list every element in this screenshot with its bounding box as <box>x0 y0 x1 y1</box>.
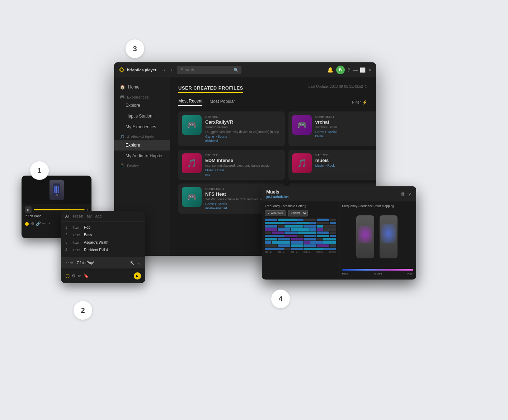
frequency-viz-grid <box>265 219 336 250</box>
nav-buttons: ‹ › <box>162 66 174 73</box>
preset-name-2: Bass <box>84 233 141 237</box>
settings2-icon[interactable]: ⚙ <box>72 273 76 278</box>
sidebar-experiences-label: Experiences <box>127 95 149 99</box>
hz-labels-row: 000 Hz 000 Hz 000 Hz 000 Hz 000 Hz 000 H… <box>265 251 336 253</box>
search-container: 🔍 <box>177 66 241 74</box>
window-controls: — ⬜ ✕ <box>353 67 372 73</box>
profile-fulldesc-0: I suggest Vest intensity device to 25(sm… <box>205 130 281 134</box>
preset-tab-my[interactable]: My <box>87 214 91 218</box>
profile-name-0: CarxRallyVR <box>205 119 281 125</box>
high-label: High <box>408 272 413 275</box>
sidebar-home-label: Home <box>128 85 140 90</box>
sidebar-item-home[interactable]: 🏠 Home <box>114 82 170 92</box>
device-icon-group: ⚙ 🔗 ✏ ↗ <box>31 221 50 226</box>
sidebar-section-device: 📱 Device <box>114 161 170 169</box>
preset-list: 1 7.1ch Pop 2 7.1ch Bass 3 7.1ch Asgard'… <box>61 221 145 256</box>
preset-item-2[interactable]: 2 7.1ch Bass <box>61 231 145 239</box>
body-front <box>356 215 374 258</box>
play-circle-button[interactable]: ▶ <box>134 272 141 280</box>
filter-button[interactable]: Filter ⚡ <box>352 100 367 105</box>
device-visual <box>50 180 64 200</box>
profile-card-carxrallyvr[interactable]: 🎮 Stereo CarxRallyVR Smooth version I su… <box>178 111 285 146</box>
help-button[interactable]: ? <box>348 67 350 73</box>
freq-controls: ✓ Adaptive -70dB <box>265 210 336 216</box>
selected-preset-row: 7.1ch 7.1ch Pop* ↖ ⌄ <box>61 257 145 268</box>
sidebar-item-explore[interactable]: Explore <box>114 100 170 111</box>
preset-num-3: 3 <box>65 240 70 244</box>
profile-card-mueis[interactable]: 🎵 Stereo mueis Music > Rock <box>288 150 376 180</box>
hz-label-5: 000 Hz <box>316 251 323 253</box>
search-icon: 🔍 <box>234 68 239 72</box>
preset-tab-add[interactable]: Add <box>95 214 102 218</box>
viz-row-9 <box>265 244 336 247</box>
adaptive-button[interactable]: ✓ Adaptive <box>265 210 286 216</box>
sidebar-item-myexp[interactable]: My Experiences <box>114 121 170 132</box>
bookmark-icon[interactable]: 🔖 <box>84 273 89 278</box>
preset-tab-preset[interactable]: Preset <box>73 214 83 218</box>
edit-icon[interactable]: ✏ <box>42 221 46 226</box>
preset-ch-3: 7.1ch <box>72 241 81 244</box>
back-button[interactable]: ‹ <box>162 66 168 73</box>
sidebar-section-audio: 🎵 Audio-to-Haptic <box>114 132 170 140</box>
maximize-button[interactable]: ⬜ <box>360 67 366 73</box>
body-front-figure <box>356 215 376 262</box>
profile-info-0: Stereo CarxRallyVR Smooth version I sugg… <box>205 115 281 143</box>
minimize-button[interactable]: — <box>353 67 358 73</box>
share-icon[interactable]: ↗ <box>47 221 50 226</box>
preset-item-3[interactable]: 3 7.1ch Asgard's Wrath <box>61 239 145 246</box>
step-circle-4: 4 <box>271 290 290 308</box>
notification-bell-icon[interactable]: 🔔 <box>327 67 333 73</box>
content-tabs: Most Recent Most Popular Filter ⚡ <box>178 99 367 106</box>
svg-rect-3 <box>54 186 56 193</box>
chevron-icon: ⌄ <box>137 261 141 266</box>
tab-most-recent[interactable]: Most Recent <box>178 99 202 106</box>
sidebar-myexp-label: My Experiences <box>126 124 156 129</box>
settings-icon[interactable]: ⚙ <box>31 221 34 226</box>
viz-row-2 <box>265 222 336 224</box>
close-button[interactable]: ✕ <box>368 67 372 73</box>
body-back-figure <box>380 215 399 262</box>
refresh-icon[interactable]: ↻ <box>364 85 367 89</box>
search-input[interactable] <box>177 66 241 74</box>
filter-label: Filter <box>352 100 361 104</box>
sidebar-item-myaudio[interactable]: My Audio-to-Haptic <box>114 151 170 161</box>
play-icon[interactable]: ▶ <box>25 206 32 213</box>
body-mapping-section: Frequency-Feedback Point Mapping <box>339 201 417 273</box>
profile-desc-2: intense, multilayered, electronic dance … <box>205 164 281 167</box>
db-selector[interactable]: -70dB <box>288 210 308 216</box>
vest-icon <box>52 183 62 197</box>
frequency-color-bar <box>342 269 414 271</box>
preset-num-1: 1 <box>65 225 70 229</box>
logo-icon <box>118 67 125 73</box>
viz-row-1 <box>265 219 336 221</box>
freq-section-title: Frequency Threshold Setting <box>265 204 336 208</box>
profile-card-edm[interactable]: 🎵 Stereo EDM intense intense, multilayer… <box>178 150 285 180</box>
profile-card-vrchat[interactable]: 🎮 Surround vrchat somthing small Game > … <box>288 111 376 146</box>
delete-icon[interactable]: 🗑 <box>400 191 405 197</box>
sidebar-myaudio-label: My Audio-to-Haptic <box>126 153 162 158</box>
preset-tabs: All Preset My Add <box>61 214 145 221</box>
hz-label-2: 000 Hz <box>278 251 284 253</box>
hz-label-6: 000 Hz <box>329 251 336 253</box>
sidebar-section-experiences: 🎮 Experiences <box>114 92 170 100</box>
expand-icon[interactable]: ⤢ <box>408 191 412 197</box>
mueis-author[interactable]: jnstruahatcher <box>266 195 289 199</box>
user-avatar-button[interactable]: B <box>336 66 345 74</box>
equalizer-icon[interactable]: ⬡ <box>65 273 70 279</box>
edit2-icon[interactable]: ✏ <box>78 273 81 278</box>
last-update: Last Update: 2023-09-05 11:43:52 ↻ <box>309 85 367 89</box>
body-section-title: Frequency-Feedback Point Mapping <box>342 204 414 208</box>
sidebar-explore-label: Explore <box>126 103 140 108</box>
titlebar: bHaptics.player ‹ › 🔍 🔔 B ? — ⬜ ✕ <box>114 62 376 77</box>
forward-button[interactable]: › <box>169 66 174 73</box>
sidebar-item-haptis[interactable]: Haptis Station <box>114 111 170 121</box>
app-title: bHaptics.player <box>127 68 156 72</box>
link-icon[interactable]: 🔗 <box>36 221 41 226</box>
tab-most-popular[interactable]: Most Popular <box>210 99 235 105</box>
preset-tab-all[interactable]: All <box>65 214 69 218</box>
progress-bar <box>34 209 85 210</box>
preset-item-4[interactable]: 4 7.1ch Resident Evil 4 <box>61 246 145 254</box>
sidebar-item-audio-explore[interactable]: Explore <box>114 140 170 151</box>
preset-item-1[interactable]: 1 7.1ch Pop <box>61 224 145 231</box>
profile-icon-0: 🎮 <box>182 115 202 135</box>
